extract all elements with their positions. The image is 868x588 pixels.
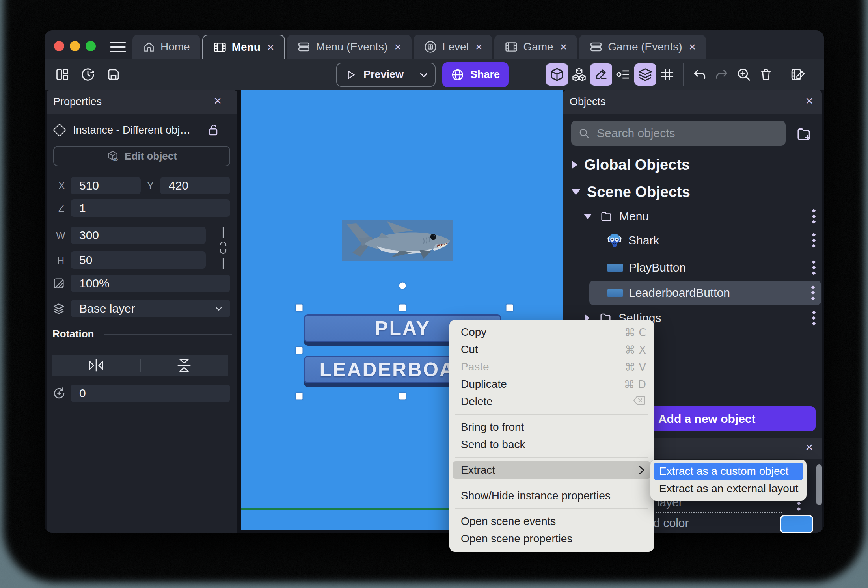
- global-objects-section[interactable]: Global Objects: [563, 154, 822, 176]
- flip-vertical-button[interactable]: [141, 357, 228, 374]
- background-color-swatch[interactable]: [780, 515, 813, 533]
- edit-object-button[interactable]: 2D Edit object: [53, 146, 230, 166]
- trash-icon[interactable]: [755, 63, 777, 86]
- tab-close-icon[interactable]: ×: [394, 41, 401, 53]
- zoom-window-button[interactable]: [86, 41, 96, 51]
- history-icon[interactable]: [80, 67, 95, 82]
- toolbar-separator: [683, 63, 684, 86]
- zoom-in-icon[interactable]: [733, 63, 755, 86]
- shark-sprite[interactable]: [342, 220, 453, 261]
- close-icon[interactable]: ×: [214, 93, 222, 108]
- w-label: W: [56, 230, 65, 241]
- minimize-window-button[interactable]: [70, 41, 80, 51]
- layers-panel-icon[interactable]: [634, 63, 656, 86]
- svg-text:2D: 2D: [113, 158, 118, 162]
- close-icon[interactable]: ×: [805, 439, 813, 455]
- selection-handle[interactable]: [296, 347, 303, 354]
- undo-icon[interactable]: [689, 63, 711, 86]
- redo-icon[interactable]: [711, 63, 733, 86]
- globe-icon: [451, 68, 464, 82]
- search-objects-input[interactable]: [597, 127, 779, 140]
- menu-item-copy[interactable]: Copy⌘ C: [449, 324, 654, 341]
- preview-options-button[interactable]: [412, 63, 435, 86]
- instances-mode-icon[interactable]: [568, 63, 590, 86]
- close-icon[interactable]: ×: [805, 93, 813, 108]
- tree-row-leaderboardbutton[interactable]: LeaderboardButton: [589, 281, 821, 305]
- row-options-kebab-icon[interactable]: [812, 210, 815, 223]
- menu-item-send-to-back[interactable]: Send to back: [449, 436, 654, 453]
- row-options-kebab-icon[interactable]: [812, 311, 815, 325]
- scene-objects-section[interactable]: Scene Objects: [563, 181, 822, 203]
- objects-mode-icon[interactable]: [546, 63, 568, 86]
- preview-button[interactable]: Preview: [337, 69, 412, 81]
- selection-handle[interactable]: [296, 393, 303, 400]
- row-options-kebab-icon[interactable]: [812, 286, 814, 300]
- tab-close-icon[interactable]: ×: [689, 41, 696, 53]
- width-input[interactable]: 300: [71, 227, 206, 244]
- tab-close-icon[interactable]: ×: [267, 41, 274, 53]
- menu-item-show-hide-instance-properties[interactable]: Show/Hide instance properties: [449, 487, 654, 504]
- tab-label: Level: [442, 41, 469, 53]
- expanded-arrow-icon[interactable]: [584, 214, 592, 219]
- edit-mode-pencil-icon[interactable]: [590, 63, 612, 86]
- layer-select-value: Base layer: [79, 302, 135, 315]
- z-input[interactable]: 1: [71, 199, 230, 217]
- row-options-kebab-icon[interactable]: [812, 261, 815, 275]
- menu-item-label: Send to back: [461, 438, 525, 451]
- flip-horizontal-button[interactable]: [52, 357, 140, 373]
- rotation-input[interactable]: 0: [71, 385, 230, 402]
- tab-game[interactable]: Game ×: [494, 35, 577, 59]
- submenu-item-extract-custom-object[interactable]: Extract as a custom object: [654, 463, 803, 480]
- y-input[interactable]: 420: [160, 177, 230, 194]
- tree-row-shark[interactable]: Shark: [563, 228, 822, 253]
- close-window-button[interactable]: [54, 41, 64, 51]
- tab-game-events[interactable]: Game (Events) ×: [579, 35, 706, 59]
- menu-item-bring-to-front[interactable]: Bring to front: [449, 419, 654, 436]
- menu-item-duplicate[interactable]: Duplicate⌘ D: [449, 376, 654, 393]
- menu-item-label: Duplicate: [461, 378, 507, 391]
- x-input[interactable]: 510: [71, 177, 141, 194]
- main-menu-icon[interactable]: [110, 42, 126, 52]
- height-input[interactable]: 50: [71, 251, 206, 269]
- instances-list-icon[interactable]: [612, 63, 634, 86]
- tab-close-icon[interactable]: ×: [560, 41, 567, 53]
- menu-item-open-scene-properties[interactable]: Open scene properties: [449, 530, 654, 547]
- rotation-section-title: Rotation: [52, 328, 94, 340]
- submenu-item-extract-external-layout[interactable]: Extract as an external layout: [654, 480, 803, 497]
- tree-row-playbutton[interactable]: PlayButton: [563, 255, 822, 280]
- menu-item-delete[interactable]: Delete: [449, 393, 654, 410]
- tree-row-menu-folder[interactable]: Menu: [563, 204, 822, 229]
- tab-home[interactable]: Home: [132, 35, 200, 59]
- tab-menu[interactable]: Menu ×: [202, 35, 285, 59]
- save-icon[interactable]: [106, 67, 121, 82]
- rotate-icon: [52, 386, 67, 401]
- submenu-item-label: Extract as a custom object: [659, 465, 788, 478]
- layers-scrollbar[interactable]: [816, 464, 822, 505]
- selection-handle[interactable]: [399, 393, 406, 400]
- tab-level[interactable]: Level ×: [414, 35, 492, 59]
- button-object-label: PLAY: [375, 317, 430, 340]
- tab-menu-events[interactable]: Menu (Events) ×: [287, 35, 412, 59]
- tab-close-icon[interactable]: ×: [475, 41, 482, 53]
- selection-handle[interactable]: [507, 305, 513, 311]
- edit-scene-icon[interactable]: [787, 63, 809, 86]
- layer-select[interactable]: Base layer: [71, 300, 230, 317]
- search-objects-box[interactable]: [571, 121, 786, 146]
- lock-open-icon[interactable]: [207, 123, 220, 139]
- lock-aspect-ratio-icon[interactable]: [215, 226, 231, 272]
- add-folder-icon[interactable]: [796, 126, 812, 143]
- row-options-kebab-icon[interactable]: [812, 234, 815, 247]
- grid-icon[interactable]: [656, 63, 678, 86]
- panels-layout-icon[interactable]: [55, 67, 69, 82]
- menu-item-extract[interactable]: Extract: [453, 461, 651, 479]
- menu-item-shortcut: ⌘ C: [625, 326, 646, 339]
- selection-handle[interactable]: [399, 305, 406, 311]
- menu-item-shortcut: ⌘ D: [624, 378, 646, 391]
- share-button[interactable]: Share: [442, 62, 509, 87]
- selection-handle[interactable]: [296, 305, 303, 311]
- menu-item-cut[interactable]: Cut⌘ X: [449, 341, 654, 358]
- rotate-selection-handle[interactable]: [399, 283, 406, 289]
- menu-item-open-scene-events[interactable]: Open scene events: [449, 513, 654, 530]
- opacity-input[interactable]: 100%: [71, 275, 230, 292]
- cube-2d-icon: 2D: [106, 150, 119, 162]
